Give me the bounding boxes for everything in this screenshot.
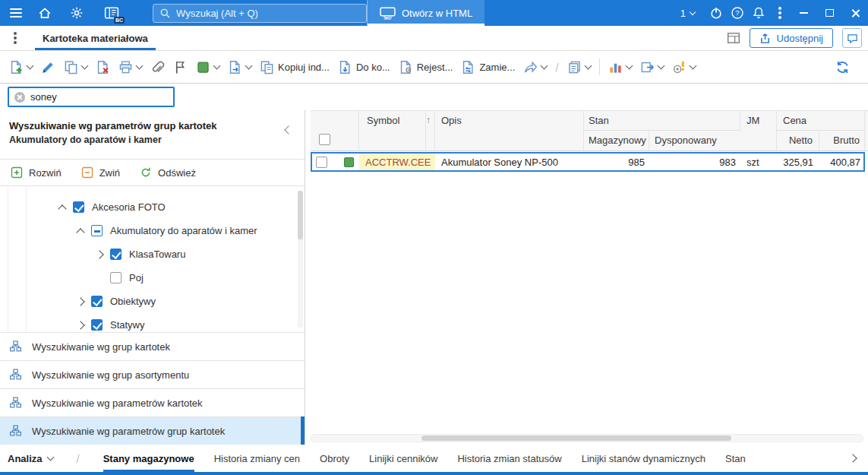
home-button[interactable]: [36, 3, 54, 23]
checkbox-checked[interactable]: [91, 296, 103, 307]
analiza-dropdown[interactable]: Analiza: [8, 453, 53, 464]
chevron-expanded-icon[interactable]: [76, 228, 84, 236]
panel-layout-icon[interactable]: [727, 31, 740, 45]
chevron-collapsed-icon[interactable]: [76, 297, 84, 306]
zamiennik-button[interactable]: Zamie...: [457, 56, 519, 78]
tree-node[interactable]: Obiektywy: [0, 290, 305, 313]
column-group-cena[interactable]: Cena: [777, 111, 865, 131]
column-header-symbol[interactable]: Symbol: [359, 111, 426, 150]
more-options-button[interactable]: [769, 0, 791, 26]
share-button[interactable]: Udostępnij: [750, 28, 833, 48]
column-header-opis[interactable]: Opis: [435, 111, 584, 150]
grid-search-input[interactable]: [30, 91, 168, 103]
print-button[interactable]: [115, 56, 146, 78]
edit-button[interactable]: [37, 56, 59, 78]
tree-scrollbar[interactable]: [298, 191, 303, 328]
chart-button[interactable]: [604, 56, 636, 78]
chevron-collapsed-icon[interactable]: [95, 250, 103, 258]
feedback-button[interactable]: [842, 28, 862, 48]
checkbox-checked[interactable]: [91, 319, 103, 331]
minimize-button[interactable]: [791, 0, 816, 26]
rejestracja-button[interactable]: Rejest...: [395, 56, 457, 78]
export-document-button[interactable]: [563, 56, 595, 78]
tree-node[interactable]: Statywy: [0, 313, 305, 332]
window-counter-dropdown[interactable]: 1: [680, 8, 695, 19]
open-in-html-button[interactable]: HTML Otwórz w HTML: [367, 0, 485, 26]
horizontal-scrollbar[interactable]: [311, 434, 863, 442]
column-header-magazynowy[interactable]: Magazynowy: [584, 131, 649, 150]
grid-search-box[interactable]: [8, 87, 175, 107]
collapse-all-button[interactable]: Zwiń: [81, 166, 120, 179]
tab-stany-magazynowe[interactable]: Stany magazynowe: [103, 445, 194, 472]
column-header-jm[interactable]: JM: [740, 111, 777, 150]
checkbox-checked[interactable]: [110, 249, 122, 260]
color-label-button[interactable]: [192, 56, 223, 78]
column-group-stan[interactable]: Stan: [584, 111, 740, 131]
checkbox-unchecked[interactable]: [110, 272, 122, 283]
bc-module-button[interactable]: BC: [103, 3, 121, 23]
search-mode-item-selected[interactable]: Wyszukiwanie wg parametrów grup kartotek: [0, 416, 305, 445]
tab-stan[interactable]: Stan: [725, 445, 746, 472]
chevron-collapsed-icon[interactable]: [76, 321, 84, 329]
select-all-checkbox[interactable]: [319, 134, 330, 145]
kopiuj-indeksy-button[interactable]: Kopiuj ind...: [256, 56, 333, 78]
tree-node[interactable]: Akumulatory do aparatów i kamer: [0, 219, 305, 242]
export-button[interactable]: [636, 56, 668, 78]
tab-obroty[interactable]: Obroty: [320, 445, 349, 472]
notifications-button[interactable]: [748, 0, 769, 26]
column-header-brutto[interactable]: Brutto: [819, 131, 865, 150]
checkbox-checked[interactable]: [73, 201, 84, 213]
tree-node[interactable]: Poj: [0, 266, 305, 290]
table-row-selected[interactable]: ACCTRW.CEE Akumulator Soney NP-500 985 9…: [311, 152, 865, 172]
document-arrow-icon: [228, 60, 242, 74]
scrollbar-thumb[interactable]: [421, 435, 731, 441]
global-search[interactable]: [153, 4, 367, 23]
tab-kartoteka-materialowa[interactable]: Kartoteka materiałowa: [29, 26, 162, 50]
tree-node[interactable]: Akcesoria FOTO: [0, 195, 305, 219]
tree-guide-line: [8, 186, 8, 332]
checkbox-indeterminate[interactable]: [91, 225, 103, 236]
search-mode-item[interactable]: Wyszukiwanie wg grup asortymentu: [0, 360, 305, 388]
refresh-tree-button[interactable]: Odśwież: [140, 166, 196, 179]
forward-document-button[interactable]: [224, 56, 255, 78]
chevron-expanded-icon[interactable]: [58, 204, 66, 213]
hamburger-menu-button[interactable]: [7, 3, 25, 23]
help-button[interactable]: ?: [727, 0, 748, 26]
maximize-button[interactable]: [816, 0, 842, 26]
attachments-button[interactable]: [147, 56, 169, 78]
column-header-dysponowany[interactable]: Dysponowany: [649, 131, 740, 150]
alerts-settings-button[interactable]: [668, 56, 699, 78]
settings-button[interactable]: [68, 3, 86, 23]
power-button[interactable]: [705, 0, 727, 26]
tab-historia-zmian-statusow[interactable]: Historia zmian statusów: [457, 445, 561, 472]
tab-linijki-stanow-dynamicznych[interactable]: Linijki stanów dynamicznych: [582, 445, 705, 472]
do-koszyka-button[interactable]: Do ko...: [334, 56, 394, 78]
column-header-netto[interactable]: Netto: [777, 131, 819, 150]
row-checkbox[interactable]: [316, 157, 327, 168]
search-mode-item[interactable]: Wyszukiwanie wg parametrów kartotek: [0, 388, 305, 416]
copy-document-button[interactable]: [60, 56, 91, 78]
flag-button[interactable]: [169, 56, 191, 78]
new-document-icon: [9, 60, 24, 74]
global-search-input[interactable]: [176, 8, 360, 19]
delete-button[interactable]: [92, 56, 114, 78]
tree-node[interactable]: KlasaTowaru: [0, 242, 305, 266]
new-item-button[interactable]: [5, 56, 36, 78]
close-button[interactable]: [842, 0, 868, 26]
collapse-panel-button[interactable]: [284, 125, 292, 134]
send-forward-button[interactable]: [519, 56, 551, 78]
cell-magazynowy: 985: [584, 157, 649, 168]
scroll-tabs-right-button[interactable]: [848, 454, 857, 462]
tab-historia-zmiany-cen[interactable]: Historia zmiany cen: [214, 445, 300, 472]
refresh-button[interactable]: [832, 56, 854, 78]
cell-netto: 325,91: [777, 157, 819, 168]
tab-menu-button[interactable]: [14, 36, 17, 40]
sort-ascending-icon[interactable]: ↑: [426, 111, 435, 150]
tab-linijki-cennikow[interactable]: Linijki cenników: [369, 445, 437, 472]
expand-all-button[interactable]: Rozwiń: [11, 166, 62, 179]
clear-search-icon[interactable]: [14, 92, 25, 103]
scrollbar-thumb[interactable]: [298, 191, 303, 239]
chevron-down-icon: [541, 62, 548, 70]
chevron-down-icon: [46, 454, 54, 461]
search-mode-item[interactable]: Wyszukiwanie wg grup kartotek: [0, 332, 305, 360]
